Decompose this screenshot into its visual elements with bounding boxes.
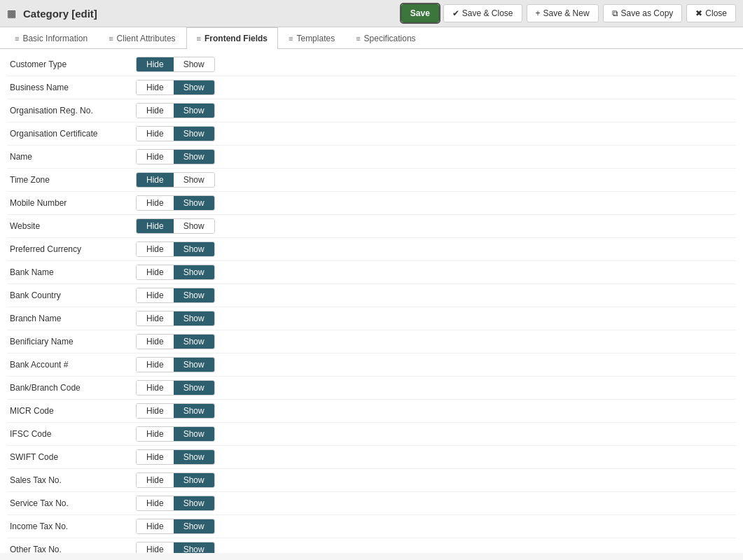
save-button[interactable]: Save bbox=[401, 4, 439, 22]
toggle-group: HideShow bbox=[136, 426, 215, 442]
hide-button[interactable]: Hide bbox=[137, 335, 174, 349]
field-label: Income Tax No. bbox=[10, 522, 136, 531]
tab-icon: ≡ bbox=[109, 34, 113, 43]
field-label: IFSC Code bbox=[10, 429, 136, 439]
save-copy-button[interactable]: ⧉ Save as Copy bbox=[603, 4, 683, 22]
hide-button[interactable]: Hide bbox=[137, 104, 174, 118]
hide-button[interactable]: Hide bbox=[137, 150, 174, 164]
field-row: Benificiary NameHideShow bbox=[7, 330, 736, 354]
field-row: NameHideShow bbox=[7, 146, 736, 169]
show-button[interactable]: Show bbox=[174, 358, 214, 372]
toggle-group: HideShow bbox=[136, 241, 215, 257]
show-button[interactable]: Show bbox=[174, 542, 214, 553]
toggle-group: HideShow bbox=[136, 149, 215, 164]
hide-button[interactable]: Hide bbox=[137, 404, 174, 418]
show-button[interactable]: Show bbox=[174, 173, 214, 187]
toggle-group: HideShow bbox=[136, 496, 215, 511]
show-button[interactable]: Show bbox=[174, 335, 214, 349]
toggle-group: HideShow bbox=[136, 357, 215, 372]
tab-icon: ≡ bbox=[289, 34, 293, 43]
field-row: Business NameHideShow bbox=[7, 76, 736, 99]
show-button[interactable]: Show bbox=[174, 288, 214, 302]
field-label: Other Tax No. bbox=[10, 545, 136, 553]
field-row: Bank/Branch CodeHideShow bbox=[7, 377, 736, 400]
field-row: Bank CountryHideShow bbox=[7, 284, 736, 307]
field-row: Branch NameHideShow bbox=[7, 307, 736, 330]
tab-templates[interactable]: ≡Templates bbox=[278, 27, 345, 49]
hide-button[interactable]: Hide bbox=[137, 473, 174, 487]
toggle-group: HideShow bbox=[136, 80, 215, 95]
hide-button[interactable]: Hide bbox=[137, 542, 174, 553]
show-button[interactable]: Show bbox=[174, 450, 214, 464]
hide-button[interactable]: Hide bbox=[137, 288, 174, 302]
tab-basic-information[interactable]: ≡Basic Information bbox=[4, 27, 98, 49]
toggle-group: HideShow bbox=[136, 334, 215, 349]
field-label: Sales Tax No. bbox=[10, 475, 136, 485]
hide-button[interactable]: Hide bbox=[137, 196, 174, 210]
save-new-button[interactable]: + Save & New bbox=[527, 4, 599, 22]
hide-button[interactable]: Hide bbox=[137, 358, 174, 372]
show-button[interactable]: Show bbox=[174, 404, 214, 418]
show-button[interactable]: Show bbox=[174, 312, 214, 326]
hide-button[interactable]: Hide bbox=[137, 427, 174, 441]
show-button[interactable]: Show bbox=[174, 473, 214, 487]
field-row: SWIFT CodeHideShow bbox=[7, 446, 736, 469]
field-row: Service Tax No.HideShow bbox=[7, 492, 736, 515]
tab-icon: ≡ bbox=[197, 34, 201, 43]
hide-button[interactable]: Hide bbox=[137, 242, 174, 256]
field-label: Website bbox=[10, 221, 136, 231]
tab-frontend-fields[interactable]: ≡Frontend Fields bbox=[186, 27, 278, 49]
show-button[interactable]: Show bbox=[174, 496, 214, 510]
tab-specifications[interactable]: ≡Specifications bbox=[345, 27, 426, 49]
hide-button[interactable]: Hide bbox=[137, 127, 174, 141]
close-button[interactable]: ✖ Close bbox=[686, 4, 736, 22]
field-row: IFSC CodeHideShow bbox=[7, 423, 736, 446]
hide-button[interactable]: Hide bbox=[137, 519, 174, 533]
toggle-group: HideShow bbox=[136, 311, 215, 326]
show-button[interactable]: Show bbox=[174, 519, 214, 533]
field-label: Bank Account # bbox=[10, 360, 136, 370]
hide-button[interactable]: Hide bbox=[137, 219, 174, 233]
show-button[interactable]: Show bbox=[174, 57, 214, 71]
field-label: Preferred Currency bbox=[10, 244, 136, 254]
toggle-group: HideShow bbox=[136, 265, 215, 280]
hide-button[interactable]: Hide bbox=[137, 173, 174, 187]
page-header: ▦ Category [edit] Save ✔ Save & Close + … bbox=[0, 0, 743, 27]
toggle-group: HideShow bbox=[136, 472, 215, 488]
hide-button[interactable]: Hide bbox=[137, 450, 174, 464]
hide-button[interactable]: Hide bbox=[137, 381, 174, 395]
field-label: Service Tax No. bbox=[10, 498, 136, 508]
field-label: Benificiary Name bbox=[10, 337, 136, 346]
copy-icon: ⧉ bbox=[612, 8, 618, 18]
show-button[interactable]: Show bbox=[174, 265, 214, 279]
field-label: MICR Code bbox=[10, 406, 136, 416]
show-button[interactable]: Show bbox=[174, 150, 214, 164]
field-label: Branch Name bbox=[10, 314, 136, 323]
show-button[interactable]: Show bbox=[174, 80, 214, 94]
show-button[interactable]: Show bbox=[174, 427, 214, 441]
field-label: Time Zone bbox=[10, 175, 136, 185]
show-button[interactable]: Show bbox=[174, 196, 214, 210]
hide-button[interactable]: Hide bbox=[137, 312, 174, 326]
plus-icon: + bbox=[536, 8, 541, 18]
field-label: Bank Name bbox=[10, 267, 136, 277]
hide-button[interactable]: Hide bbox=[137, 496, 174, 510]
field-row: Preferred CurrencyHideShow bbox=[7, 238, 736, 261]
page-title: Category [edit] bbox=[23, 8, 397, 20]
field-row: Organisation CertificateHideShow bbox=[7, 122, 736, 146]
field-label: Mobile Number bbox=[10, 198, 136, 208]
hide-button[interactable]: Hide bbox=[137, 265, 174, 279]
hide-button[interactable]: Hide bbox=[137, 80, 174, 94]
show-button[interactable]: Show bbox=[174, 381, 214, 395]
show-button[interactable]: Show bbox=[174, 242, 214, 256]
show-button[interactable]: Show bbox=[174, 127, 214, 141]
field-label: Organisation Certificate bbox=[10, 129, 136, 139]
tab-client-attributes[interactable]: ≡Client Attributes bbox=[98, 27, 186, 49]
show-button[interactable]: Show bbox=[174, 219, 214, 233]
save-close-button[interactable]: ✔ Save & Close bbox=[443, 4, 522, 22]
show-button[interactable]: Show bbox=[174, 104, 214, 118]
hide-button[interactable]: Hide bbox=[137, 57, 174, 71]
field-row: Organisation Reg. No.HideShow bbox=[7, 99, 736, 122]
field-label: Organisation Reg. No. bbox=[10, 106, 136, 115]
field-label: SWIFT Code bbox=[10, 452, 136, 462]
